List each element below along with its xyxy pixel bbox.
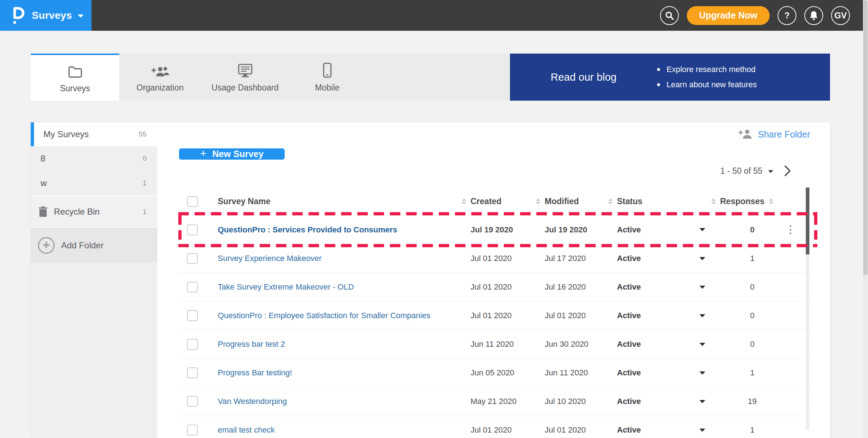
tab-surveys[interactable]: Surveys	[31, 54, 119, 101]
status-dropdown-caret[interactable]	[699, 400, 705, 403]
module-tabs: Surveys Organization	[31, 54, 510, 101]
status-dropdown-caret[interactable]	[699, 314, 705, 317]
row-checkbox[interactable]	[187, 253, 198, 264]
page-scrollbar-thumb[interactable]	[863, 0, 868, 275]
notifications-button[interactable]	[804, 6, 823, 25]
created-cell: Jul 01 2020	[458, 311, 532, 320]
modified-cell: Jul 01 2020	[532, 311, 604, 320]
table-row[interactable]: Take Survey Extreme Makeover - OLD Jul 0…	[179, 273, 810, 301]
chevron-down-icon	[768, 170, 773, 173]
responses-cell: 1	[707, 425, 772, 435]
survey-name-link[interactable]: Survey Experience Makeover	[218, 254, 322, 263]
row-checkbox[interactable]	[187, 310, 198, 321]
status-dropdown-caret[interactable]	[699, 286, 705, 289]
survey-name-link[interactable]: Progress bar test 2	[218, 340, 285, 349]
row-checkbox[interactable]	[187, 396, 198, 407]
tab-organization[interactable]: Organization	[119, 54, 201, 101]
survey-name-link[interactable]: Progress Bar testing!	[218, 368, 292, 378]
modified-cell: Jun 11 2020	[532, 368, 604, 378]
status-dropdown-caret[interactable]	[699, 371, 705, 375]
table-row[interactable]: Survey Experience Makeover Jul 01 2020 J…	[179, 244, 810, 273]
sort-icon[interactable]	[711, 198, 716, 205]
table-scrollbar[interactable]	[806, 188, 809, 430]
row-checkbox[interactable]	[187, 425, 198, 435]
survey-name-link[interactable]: email test check	[218, 425, 275, 435]
created-cell: Jun 05 2020	[458, 368, 532, 378]
tab-label: Mobile	[315, 83, 340, 93]
survey-name-link[interactable]: Take Survey Extreme Makeover - OLD	[218, 282, 354, 292]
monitor-list-icon	[237, 62, 254, 78]
responses-cell: 1	[707, 254, 772, 263]
add-folder-button[interactable]: + Add Folder	[31, 227, 157, 263]
recycle-bin-count: 1	[142, 208, 157, 216]
table-row[interactable]: QuestionPro : Employee Satisfaction for …	[179, 301, 810, 330]
avatar[interactable]: GV	[831, 6, 850, 25]
status-dropdown-caret[interactable]	[699, 257, 705, 260]
person-add-icon	[151, 62, 170, 78]
add-folder-label: Add Folder	[61, 240, 103, 250]
plus-icon: +	[200, 147, 207, 160]
table-row[interactable]: Progress Bar testing! Jun 05 2020 Jun 11…	[179, 358, 810, 387]
table-scrollbar-thumb[interactable]	[806, 188, 809, 254]
status-value: Active	[617, 368, 641, 378]
sort-icon[interactable]	[769, 198, 773, 205]
tab-label: Surveys	[60, 84, 90, 93]
col-responses[interactable]: Responses	[707, 197, 772, 206]
status-dropdown-caret[interactable]	[699, 429, 705, 432]
new-survey-button[interactable]: + New Survey	[179, 148, 285, 160]
row-checkbox[interactable]	[187, 282, 198, 292]
top-header: Surveys Upgrade Now ? GV	[0, 0, 868, 31]
surveys-main: Share Folder + New Survey 1 - 50 of 55 S…	[157, 122, 830, 438]
sidebar-filler	[31, 263, 157, 438]
sidebar-item-folder-w[interactable]: w 1	[31, 171, 157, 195]
sort-icon[interactable]	[608, 198, 613, 205]
avatar-initials: GV	[834, 10, 847, 21]
sort-icon[interactable]	[536, 198, 540, 205]
table-row[interactable]: Progress bar test 2 Jun 11 2020 Jun 30 2…	[179, 330, 810, 358]
search-button[interactable]	[660, 6, 679, 25]
upgrade-now-button[interactable]: Upgrade Now	[687, 6, 770, 25]
status-value: Active	[617, 311, 641, 320]
created-cell: May 21 2020	[458, 397, 532, 406]
select-all-checkbox[interactable]	[187, 196, 198, 207]
sidebar-item-recycle-bin[interactable]: Recycle Bin 1	[31, 195, 157, 227]
sidebar-item-my-surveys[interactable]: My Surveys 55	[31, 122, 157, 146]
tab-mobile[interactable]: Mobile	[289, 54, 365, 101]
created-cell: Jul 01 2020	[458, 282, 532, 292]
table-row[interactable]: Van Westendorping May 21 2020 Jul 10 202…	[179, 387, 810, 416]
tab-usage-dashboard[interactable]: Usage Dashboard	[201, 54, 289, 101]
folder-label: w	[41, 178, 47, 188]
col-created[interactable]: Created	[458, 197, 532, 206]
modified-cell: Jul 01 2020	[532, 425, 604, 435]
row-checkbox[interactable]	[187, 367, 198, 378]
col-survey-name[interactable]: Survey Name	[210, 197, 458, 206]
next-page-button[interactable]	[783, 165, 792, 177]
survey-name-link[interactable]: Van Westendorping	[218, 397, 287, 406]
help-button[interactable]: ?	[778, 6, 796, 25]
tabstrip-filler	[365, 54, 510, 101]
sort-icon[interactable]	[462, 198, 466, 205]
sidebar-item-folder-8[interactable]: 8 0	[31, 146, 157, 171]
status-dropdown-caret[interactable]	[699, 343, 705, 346]
share-folder-link[interactable]: Share Folder	[758, 129, 810, 140]
product-switcher[interactable]: Surveys	[0, 0, 92, 31]
trash-icon	[38, 206, 48, 218]
banner-bullet-text: Learn about new features	[667, 80, 757, 89]
page-scrollbar[interactable]	[863, 0, 868, 438]
status-dropdown-caret[interactable]	[699, 228, 705, 231]
col-status[interactable]: Status	[604, 197, 707, 206]
table-row[interactable]: email test check Jul 01 2020 Jul 01 2020…	[179, 416, 810, 438]
survey-name-link[interactable]: QuestionPro : Services Provided to Consu…	[218, 225, 397, 235]
pagination-range-label: 1 - 50 of 55	[720, 166, 762, 176]
chevron-down-icon	[78, 14, 84, 18]
row-checkbox[interactable]	[187, 339, 198, 350]
row-menu-kebab-icon[interactable]	[790, 225, 791, 234]
pagination-range-dropdown[interactable]: 1 - 50 of 55	[720, 166, 773, 176]
row-checkbox[interactable]	[187, 224, 198, 235]
blog-banner[interactable]: Read our blog Explore research method Le…	[510, 54, 830, 101]
table-row[interactable]: QuestionPro : Services Provided to Consu…	[179, 215, 810, 244]
new-survey-label: New Survey	[212, 149, 264, 159]
col-modified[interactable]: Modified	[532, 197, 604, 206]
responses-cell: 0	[707, 282, 772, 292]
survey-name-link[interactable]: QuestionPro : Employee Satisfaction for …	[218, 311, 430, 320]
